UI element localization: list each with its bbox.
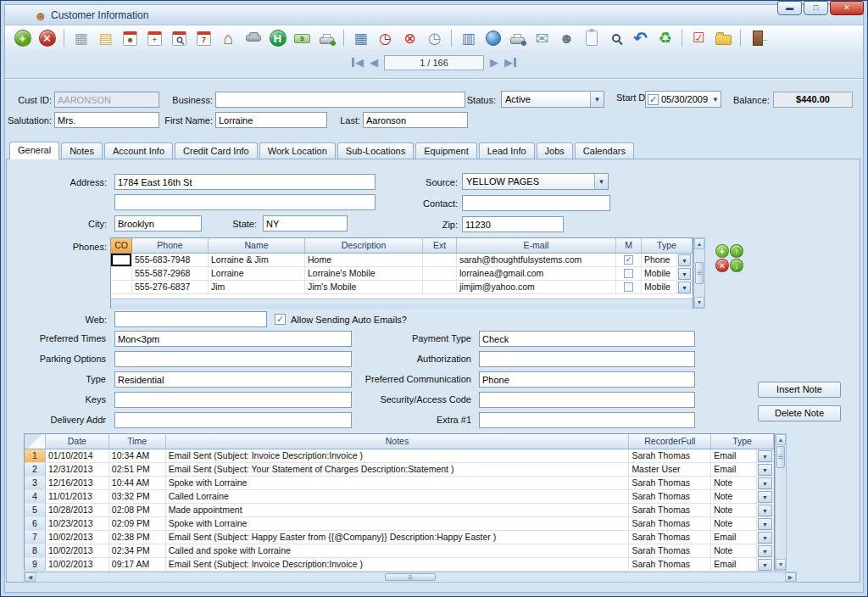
chevron-down-icon[interactable]: ▼ bbox=[758, 545, 772, 557]
contact-card-icon[interactable]: ▥ bbox=[458, 28, 479, 49]
tab-sub-locations[interactable]: Sub-Locations bbox=[337, 142, 414, 159]
tasks-icon[interactable]: ☑ bbox=[688, 28, 709, 49]
note-cell[interactable]: 12/16/2013 bbox=[46, 477, 109, 489]
city-field[interactable] bbox=[114, 215, 202, 232]
phone-cell[interactable]: 555-683-7948 bbox=[132, 254, 209, 266]
previous-record-icon[interactable]: ◀ bbox=[370, 57, 378, 68]
note-cell[interactable]: Email Sent (Subject: Invoice Description… bbox=[166, 449, 630, 462]
note-cell[interactable]: Called and spoke with Lorraine bbox=[166, 544, 630, 557]
note-cell[interactable]: 09:17 AM bbox=[109, 558, 166, 571]
delete-note-button[interactable]: Delete Note bbox=[758, 405, 841, 421]
note-row[interactable]: 810/02/201302:34 PMCalled and spoke with… bbox=[25, 544, 774, 558]
note-cell[interactable]: 02:34 PM bbox=[109, 544, 166, 557]
calendar-week-icon[interactable]: 7 bbox=[193, 28, 214, 49]
note-cell[interactable]: 10/02/2013 bbox=[46, 531, 109, 544]
phone-cell-m[interactable] bbox=[616, 281, 642, 293]
note-cell[interactable]: Email Sent (Subject: Happy Easter from {… bbox=[166, 531, 630, 544]
last-record-icon[interactable]: ▶ bbox=[504, 57, 517, 68]
tab-lead-info[interactable]: Lead Info bbox=[479, 142, 535, 159]
phone-type-dropdown[interactable]: ▼ bbox=[677, 254, 693, 266]
search-icon[interactable] bbox=[605, 28, 626, 49]
row-number[interactable]: 7 bbox=[25, 531, 46, 544]
note-cell[interactable]: Note bbox=[711, 477, 757, 489]
phone-type-dropdown[interactable]: ▼ bbox=[677, 267, 693, 280]
phone-cell[interactable] bbox=[423, 281, 457, 293]
phone-row[interactable]: 555-683-7948Lorraine & JimHomesarah@thou… bbox=[111, 254, 693, 267]
hold-icon[interactable]: H bbox=[267, 28, 288, 49]
scroll-thumb[interactable]: ☰ bbox=[385, 573, 436, 581]
note-type-dropdown[interactable]: ▼ bbox=[757, 558, 774, 571]
row-number[interactable]: 4 bbox=[25, 490, 46, 503]
note-type-dropdown[interactable]: ▼ bbox=[757, 490, 774, 503]
row-number[interactable]: 9 bbox=[25, 558, 46, 571]
note-cell[interactable]: Sarah Thomas bbox=[629, 504, 711, 516]
note-cell[interactable]: Master User bbox=[629, 463, 711, 476]
home-icon[interactable]: ⌂ bbox=[218, 28, 239, 49]
phone-type-dropdown[interactable]: ▼ bbox=[677, 281, 693, 293]
chevron-down-icon[interactable]: ▼ bbox=[678, 268, 691, 280]
tab-account-info[interactable]: Account Info bbox=[104, 142, 173, 159]
note-cell[interactable]: Email Sent (Subject: Invoice Description… bbox=[166, 558, 630, 571]
note-cell[interactable]: 02:09 PM bbox=[109, 517, 166, 530]
maximize-button[interactable]: □ bbox=[804, 1, 828, 15]
notes-document-icon[interactable]: ▤ bbox=[95, 28, 116, 49]
chevron-down-icon[interactable]: ▼ bbox=[758, 491, 772, 503]
refresh-icon[interactable]: ♻ bbox=[654, 28, 676, 49]
scroll-thumb[interactable]: ☰ bbox=[776, 446, 785, 468]
note-type-dropdown[interactable]: ▼ bbox=[757, 449, 774, 462]
calendar-customer-icon[interactable]: ☻ bbox=[120, 28, 141, 49]
scroll-up-icon[interactable]: ▲ bbox=[776, 434, 786, 445]
exit-icon[interactable]: ← bbox=[747, 28, 768, 49]
clock-icon[interactable]: ◷ bbox=[424, 28, 445, 49]
note-cell[interactable]: Spoke with Lorraine bbox=[166, 477, 630, 489]
phone-cell[interactable] bbox=[423, 267, 457, 280]
phone-cell[interactable] bbox=[111, 281, 132, 293]
note-row[interactable]: 610/23/201302:09 PMSpoke with LorraineSa… bbox=[25, 517, 774, 531]
phone-cell-type[interactable]: Phone bbox=[642, 254, 677, 266]
print-icon[interactable] bbox=[507, 28, 528, 49]
note-cell[interactable]: Sarah Thomas bbox=[629, 517, 711, 530]
calculator-icon[interactable]: ▦ bbox=[350, 28, 371, 49]
phones-horizontal-scrollbar[interactable] bbox=[111, 298, 693, 309]
note-row[interactable]: 212/31/201302:51 PMEmail Sent (Subject: … bbox=[25, 463, 774, 477]
note-row[interactable]: 411/01/201303:32 PMCalled LorraineSarah … bbox=[25, 490, 774, 504]
scroll-down-icon[interactable]: ▼ bbox=[694, 297, 704, 308]
note-row[interactable]: 510/28/201302:08 PMMade appointmentSarah… bbox=[25, 504, 774, 517]
note-cell[interactable]: 12/31/2013 bbox=[46, 463, 109, 476]
chevron-down-icon[interactable]: ▼ bbox=[758, 477, 772, 489]
m-checkbox[interactable] bbox=[624, 282, 633, 292]
note-cell[interactable]: Spoke with Lorraine bbox=[166, 517, 630, 530]
note-cell[interactable]: 02:51 PM bbox=[109, 463, 166, 476]
note-type-dropdown[interactable]: ▼ bbox=[757, 544, 774, 557]
note-cell[interactable]: 10/28/2013 bbox=[46, 504, 109, 516]
right-field-payment-type[interactable] bbox=[479, 331, 695, 347]
phone-cell[interactable]: jimjim@yahoo.com bbox=[457, 281, 616, 293]
phone-row[interactable]: 555-276-6837JimJim's Mobilejimjim@yahoo.… bbox=[111, 281, 693, 294]
note-cell[interactable]: Sarah Thomas bbox=[629, 531, 711, 544]
chevron-down-icon[interactable]: ▼ bbox=[710, 92, 721, 107]
phone-cell-m[interactable] bbox=[616, 267, 642, 280]
undo-icon[interactable]: ↶ bbox=[630, 28, 651, 49]
first-record-icon[interactable]: ◀ bbox=[351, 57, 364, 68]
record-position[interactable]: 1 / 166 bbox=[384, 55, 484, 70]
start-date-checkbox[interactable]: ✓ bbox=[648, 94, 659, 105]
note-cell[interactable]: Note bbox=[711, 490, 757, 503]
phones-vertical-scrollbar[interactable]: ▲ ☰ ▼ bbox=[693, 237, 705, 309]
user-session-icon[interactable]: ☻ bbox=[556, 28, 577, 49]
note-type-dropdown[interactable]: ▼ bbox=[757, 517, 774, 530]
phone-cell[interactable] bbox=[111, 267, 132, 280]
note-cell[interactable]: 11/01/2013 bbox=[46, 490, 109, 503]
note-cell[interactable]: Sarah Thomas bbox=[629, 477, 711, 489]
vehicle-icon[interactable] bbox=[242, 28, 264, 49]
source-select[interactable]: YELLOW PAGES ▼ bbox=[462, 173, 609, 190]
phone-cell-type[interactable]: Mobile bbox=[642, 281, 677, 293]
right-field-security-access-code[interactable] bbox=[479, 392, 695, 408]
email-icon[interactable]: ✉ bbox=[531, 28, 553, 49]
chevron-down-icon[interactable]: ▼ bbox=[758, 532, 772, 544]
phone-cell[interactable]: sarah@thoughtfulsystems.com bbox=[457, 254, 616, 266]
scroll-left-icon[interactable]: ◀ bbox=[25, 572, 36, 582]
note-cell[interactable]: Note bbox=[711, 517, 757, 530]
open-folder-icon[interactable] bbox=[713, 28, 734, 49]
note-row[interactable]: 101/10/201410:34 AMEmail Sent (Subject: … bbox=[25, 449, 774, 463]
auto-emails-checkbox[interactable]: ✓ bbox=[275, 314, 286, 325]
